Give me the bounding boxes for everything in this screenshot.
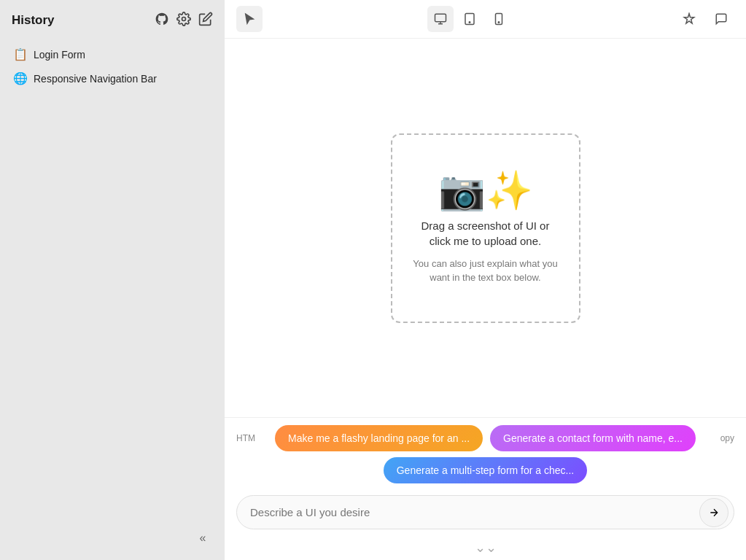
sidebar-header: History <box>0 0 225 38</box>
upload-zone-subtitle: You can also just explain what youwant i… <box>413 257 557 284</box>
desktop-icon <box>434 12 447 26</box>
toolbar <box>225 0 746 39</box>
sidebar-item-login-form[interactable]: 📋 Login Form <box>6 42 219 66</box>
tablet-view-button[interactable] <box>456 6 483 32</box>
suggestion-flashy-landing[interactable]: Make me a flashy landing page for an ... <box>275 425 483 451</box>
sidebar-header-icons <box>155 12 213 29</box>
svg-rect-1 <box>435 14 446 22</box>
upload-zone[interactable]: 📷✨ Drag a screenshot of UI orclick me to… <box>391 133 580 323</box>
input-row <box>225 489 746 538</box>
sidebar-item-login-form-label: Login Form <box>34 49 85 61</box>
send-button[interactable] <box>699 498 728 527</box>
toolbar-left <box>236 6 263 32</box>
svg-point-3 <box>469 22 470 23</box>
chat-icon <box>715 12 728 26</box>
login-form-icon: 📋 <box>13 47 28 61</box>
sparkle-icon <box>683 12 696 26</box>
toolbar-right <box>676 6 734 32</box>
desktop-view-button[interactable] <box>427 6 454 32</box>
upload-zone-title: Drag a screenshot of UI orclick me to up… <box>421 218 550 249</box>
toolbar-center <box>427 6 512 32</box>
sidebar-items: 📋 Login Form 🌐 Responsive Navigation Bar <box>0 38 225 560</box>
html-label: HTM <box>236 433 255 443</box>
cursor-icon <box>243 12 256 26</box>
responsive-nav-icon: 🌐 <box>13 71 28 85</box>
cursor-tool-button[interactable] <box>236 6 263 32</box>
chevron-row: ⌄⌄ <box>225 538 746 560</box>
new-chat-icon[interactable] <box>198 12 213 29</box>
input-wrapper <box>236 495 734 529</box>
preview-area: 📷✨ Drag a screenshot of UI orclick me to… <box>225 39 746 417</box>
suggestion-contact-form[interactable]: Generate a contact form with name, e... <box>490 425 696 451</box>
sidebar-item-responsive-nav-label: Responsive Navigation Bar <box>34 73 157 85</box>
sidebar: History <box>0 0 225 560</box>
camera-icon: 📷✨ <box>438 171 533 209</box>
chevron-down-icon: ⌄⌄ <box>475 541 497 554</box>
copy-label: opy <box>720 433 734 443</box>
sparkle-button[interactable] <box>676 6 702 32</box>
sidebar-collapse-button[interactable]: « <box>193 528 213 548</box>
chat-button[interactable] <box>708 6 734 32</box>
send-icon <box>708 507 720 518</box>
describe-ui-input[interactable] <box>236 495 734 529</box>
svg-point-0 <box>182 18 186 21</box>
suggestion-multi-step-form[interactable]: Generate a multi-step form for a chec... <box>384 457 588 483</box>
settings-icon[interactable] <box>176 12 191 29</box>
main-panel: 📷✨ Drag a screenshot of UI orclick me to… <box>225 0 746 560</box>
bottom-bar: HTM Make me a flashy landing page for an… <box>225 417 746 560</box>
sidebar-item-responsive-nav[interactable]: 🌐 Responsive Navigation Bar <box>6 66 219 90</box>
github-icon[interactable] <box>155 12 169 29</box>
mobile-icon <box>492 12 505 26</box>
sidebar-title: History <box>12 13 55 28</box>
suggestions-row-1: HTM Make me a flashy landing page for an… <box>225 418 746 454</box>
mobile-view-button[interactable] <box>486 6 512 32</box>
tablet-icon <box>463 12 476 26</box>
suggestions-row-2: Generate a multi-step form for a chec... <box>225 454 746 489</box>
svg-point-5 <box>498 22 500 23</box>
